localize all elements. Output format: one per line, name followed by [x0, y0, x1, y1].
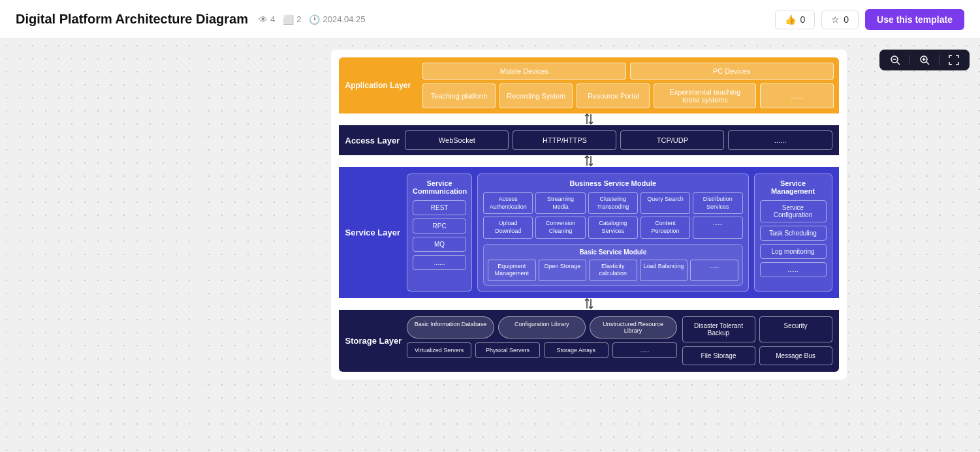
- bsm-title: Business Service Module: [483, 179, 742, 187]
- bsm-streaming: Streaming Media: [535, 192, 585, 214]
- rest-box: REST: [413, 200, 466, 215]
- zoom-in-button[interactable]: [915, 53, 934, 67]
- use-template-button[interactable]: Use this template: [865, 9, 964, 30]
- zoom-controls: [879, 50, 970, 70]
- virtualized-servers: Virtualized Servers: [407, 342, 471, 358]
- storage-arrays: Storage Arrays: [544, 342, 609, 358]
- access-layer-section: Access Layer WebSocket HTTP/HTTPS TCP/UD…: [339, 125, 839, 155]
- basic-info-db: Basic Information Database: [407, 316, 494, 339]
- storage-etc: ......: [612, 342, 677, 358]
- zoom-divider: [909, 55, 910, 65]
- svg-line-1: [897, 62, 900, 65]
- security-box: Security: [759, 316, 832, 342]
- mq-box: MQ: [413, 237, 466, 252]
- basic-elasticity: Elasticity calculation: [589, 260, 637, 281]
- bsm-etc: ......: [693, 217, 742, 238]
- svc-mgmt-etc-box: ......: [760, 262, 827, 277]
- architecture-diagram: Application Layer Mobile Devices PC Devi…: [331, 50, 847, 380]
- svc-mgmt-title: Service Management: [760, 179, 827, 195]
- basic-etc: ......: [690, 260, 738, 281]
- svc-mgmt-boxes: Service Configuration Task Scheduling Lo…: [760, 200, 827, 277]
- service-layer-label: Service Layer: [345, 173, 401, 292]
- zoom-out-button[interactable]: [886, 53, 904, 67]
- arrow-service-storage: [339, 298, 839, 310]
- main-content: Application Layer Mobile Devices PC Devi…: [0, 39, 980, 452]
- bsm-grid: Access Authentication Streaming Media Cl…: [483, 192, 742, 239]
- like-count: 0: [800, 14, 805, 25]
- basic-equipment: Equipment Management: [488, 260, 535, 281]
- pages-count: 2: [296, 14, 301, 24]
- bsm-content: Content Perception: [640, 217, 690, 238]
- arrow-app-access: [339, 113, 839, 125]
- service-communication-panel: Service Communication REST RPC MQ ......: [407, 173, 472, 292]
- recording-system-box: Recording System: [499, 83, 573, 108]
- pages-icon: ⬜: [283, 14, 294, 25]
- service-management-panel: Service Management Service Configuration…: [754, 173, 832, 292]
- physical-servers: Physical Servers: [475, 342, 540, 358]
- tcp-box: TCP/UDP: [620, 130, 724, 150]
- business-service-module-panel: Business Service Module Access Authentic…: [477, 173, 748, 292]
- star-icon: ☆: [831, 14, 840, 25]
- svc-config-box: Service Configuration: [760, 200, 827, 222]
- service-content: Service Communication REST RPC MQ ......…: [407, 173, 832, 292]
- date-value: 2024.04.25: [323, 14, 365, 24]
- zoom-divider2: [939, 55, 940, 65]
- websocket-box: WebSocket: [405, 130, 509, 150]
- header-meta: 👁 4 ⬜ 2 🕐 2024.04.25: [259, 14, 366, 25]
- star-count: 0: [844, 14, 849, 25]
- bsm-conversion: Conversion Cleaning: [535, 217, 585, 238]
- basic-load-balancing: Load Balancing: [640, 260, 688, 281]
- bsm-query: Query Search: [640, 192, 690, 214]
- like-button[interactable]: 👍 0: [775, 10, 815, 29]
- disaster-backup-box: Disaster Tolerant Backup: [682, 316, 755, 342]
- like-icon: 👍: [785, 14, 796, 25]
- views-meta: 👁 4: [259, 14, 275, 25]
- pages-meta: ⬜ 2: [283, 14, 301, 25]
- message-bus-box: Message Bus: [759, 346, 832, 365]
- bsm-cataloging: Cataloging Services: [588, 217, 638, 238]
- task-scheduling-box: Task Scheduling: [760, 226, 827, 241]
- app-etc-box: ......: [760, 83, 833, 108]
- rpc-box: RPC: [413, 218, 466, 234]
- basic-service-module-panel: Basic Service Module Equipment Managemen…: [483, 244, 742, 286]
- basic-svc-grid: Equipment Management Open Storage Elasti…: [488, 260, 738, 281]
- header-left: Digital Platform Architecture Diagram 👁 …: [16, 12, 366, 27]
- svc-comm-title: Service Communication: [413, 179, 466, 195]
- views-count: 4: [270, 14, 275, 24]
- basic-svc-title: Basic Service Module: [488, 249, 738, 256]
- page-title: Digital Platform Architecture Diagram: [16, 12, 248, 27]
- star-button[interactable]: ☆ 0: [821, 10, 859, 29]
- expand-button[interactable]: [945, 53, 963, 67]
- header: Digital Platform Architecture Diagram 👁 …: [0, 0, 980, 39]
- diagram-canvas[interactable]: Application Layer Mobile Devices PC Devi…: [202, 39, 980, 452]
- date-meta: 🕐 2024.04.25: [309, 14, 365, 25]
- mobile-devices-box: Mobile Devices: [422, 63, 626, 80]
- storage-right: Disaster Tolerant Backup Security File S…: [682, 316, 832, 365]
- basic-open-storage: Open Storage: [539, 260, 586, 281]
- log-monitoring-box: Log monitoring: [760, 244, 827, 259]
- http-box: HTTP/HTTPS: [513, 130, 616, 150]
- storage-layer-label: Storage Layer: [345, 336, 402, 346]
- storage-content: Basic Information Database Configuration…: [407, 316, 832, 365]
- views-icon: 👁: [259, 14, 268, 25]
- storage-left: Basic Information Database Configuration…: [407, 316, 676, 365]
- sidebar-left: [0, 39, 202, 452]
- storage-servers: Virtualized Servers Physical Servers Sto…: [407, 342, 676, 358]
- resource-portal-box: Resource Portal: [577, 83, 650, 108]
- storage-layer-section: Storage Layer Basic Information Database…: [339, 310, 839, 372]
- bsm-access-auth: Access Authentication: [483, 192, 533, 214]
- svg-line-4: [926, 62, 929, 65]
- header-right: 👍 0 ☆ 0 Use this template: [775, 9, 964, 30]
- bsm-clustering: Clustering Transcoding: [588, 192, 638, 214]
- bsm-distribution: Distribution Services: [693, 192, 742, 214]
- access-boxes: WebSocket HTTP/HTTPS TCP/UDP ......: [405, 130, 832, 150]
- arrow-access-service: [339, 155, 839, 167]
- access-layer-label: Access Layer: [345, 136, 400, 145]
- clock-icon: 🕐: [309, 14, 320, 25]
- service-layer-section: Service Layer Service Communication REST…: [339, 167, 839, 298]
- storage-dbs: Basic Information Database Configuration…: [407, 316, 676, 339]
- teaching-platform-box: Teaching platform: [422, 83, 496, 108]
- svc-comm-etc-box: ......: [413, 255, 466, 270]
- svc-comm-boxes: REST RPC MQ ......: [413, 200, 466, 270]
- pc-devices-box: PC Devices: [630, 63, 834, 80]
